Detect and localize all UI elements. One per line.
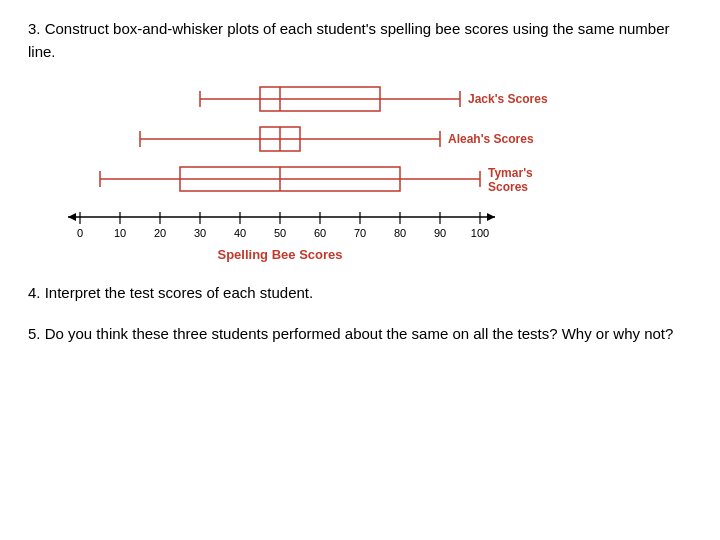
tick-10: 10 [114, 227, 126, 239]
tick-30: 30 [194, 227, 206, 239]
tick-80: 80 [394, 227, 406, 239]
tymars-label-1: Tymar's [488, 166, 533, 180]
question-4: 4. Interpret the test scores of each stu… [28, 282, 692, 305]
tick-90: 90 [434, 227, 446, 239]
tick-40: 40 [234, 227, 246, 239]
tick-100: 100 [471, 227, 489, 239]
tick-50: 50 [274, 227, 286, 239]
aleahs-label: Aleah's Scores [448, 132, 534, 146]
svg-marker-17 [487, 213, 495, 221]
tymars-label-2: Scores [488, 180, 528, 194]
question-3: 3. Construct box-and-whisker plots of ea… [28, 18, 692, 63]
tick-60: 60 [314, 227, 326, 239]
tick-0: 0 [77, 227, 83, 239]
tick-20: 20 [154, 227, 166, 239]
svg-marker-16 [68, 213, 76, 221]
chart-area: Jack's Scores Aleah's Scores Tymar's Sco… [50, 77, 670, 272]
axis-label: Spelling Bee Scores [218, 247, 343, 262]
tick-70: 70 [354, 227, 366, 239]
question-5: 5. Do you think these three students per… [28, 323, 692, 346]
jacks-label: Jack's Scores [468, 92, 548, 106]
